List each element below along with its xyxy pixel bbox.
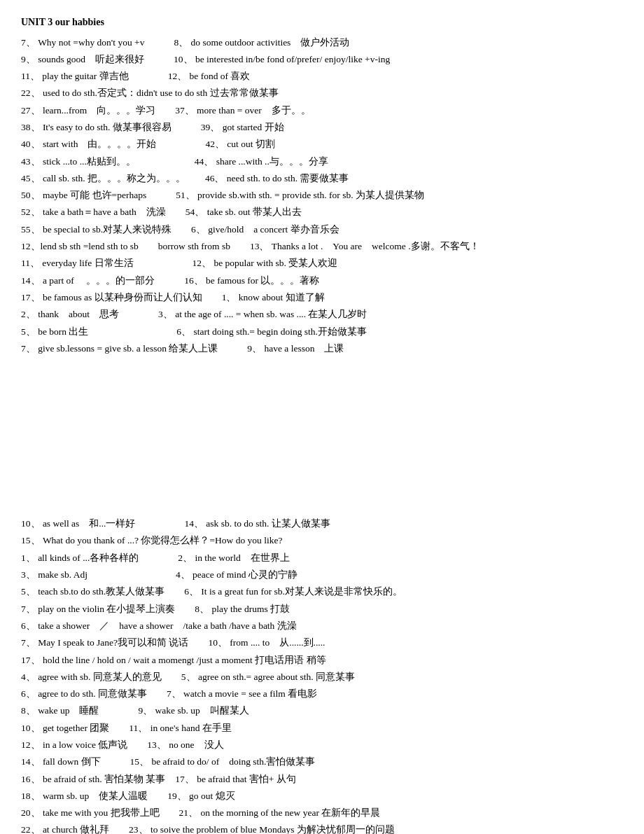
line-item: 12、lend sb sth =lend sth to sb borrow st… bbox=[21, 238, 623, 255]
line-item: 1、 all kinds of ...各种各样的 2、 in the world… bbox=[21, 550, 623, 567]
line-item: 17、 hold the line / hold on / wait a mom… bbox=[21, 652, 623, 669]
line-item: 5、 teach sb.to do sth.教某人做某事 6、 It is a … bbox=[21, 583, 623, 600]
line-item: 50、 maybe 可能 也许=perhaps 51、 provide sb.w… bbox=[21, 187, 623, 204]
line-item: 14、 a part of 。。。的一部分 16、 be famous for … bbox=[21, 272, 623, 289]
line-item: 40、 start with 由。。。。开始 42、 cut out 切割 bbox=[21, 136, 623, 153]
line-item: 12、 in a low voice 低声说 13、 no one 没人 bbox=[21, 737, 623, 753]
line-item: 6、 agree to do sth. 同意做某事 7、 watch a mov… bbox=[21, 686, 623, 702]
line-item: 38、 It's easy to do sth. 做某事很容易 39、 got … bbox=[21, 119, 623, 136]
line-item: 4、 agree with sb. 同意某人的意见 5、 agree on st… bbox=[21, 669, 623, 686]
line-item: 45、 call sb. sth. 把。。。称之为。。。 46、 need st… bbox=[21, 170, 623, 187]
line-item: 11、 everyday life 日常生活 12、 be popular wi… bbox=[21, 255, 623, 272]
line-item: 16、 be afraid of sth. 害怕某物 某事 17、 be afr… bbox=[21, 771, 623, 788]
line-item: 17、 be famous as 以某种身份而让人们认知 1、 know abo… bbox=[21, 289, 623, 306]
line-item: 10、 as well as 和...一样好 14、 ask sb. to do… bbox=[21, 515, 623, 532]
line-item: 6、 take a shower ／ have a shower /take a… bbox=[21, 618, 623, 634]
line-item: 22、 used to do sth.否定式：didn't use to do … bbox=[21, 85, 623, 102]
line-item: 7、 give sb.lessons = give sb. a lesson 给… bbox=[21, 340, 623, 357]
line-item: 27、 learn...from 向。。。学习 37、 more than = … bbox=[21, 102, 623, 119]
line-item: 7、 May I speak to Jane?我可以和简 说话 10、 from… bbox=[21, 634, 623, 651]
section-bottom: 10、 as well as 和...一样好 14、 ask sb. to do… bbox=[21, 515, 623, 834]
line-item: 10、 get together 团聚 11、 in one's hand 在手… bbox=[21, 720, 623, 737]
line-item: 9、 sounds good 听起来很好 10、 be interested i… bbox=[21, 51, 623, 68]
line-item: 11、 play the guitar 弹吉他 12、 be fond of 喜… bbox=[21, 68, 623, 85]
line-item: 18、 warm sb. up 使某人温暖 19、 go out 熄灭 bbox=[21, 788, 623, 805]
line-item: 52、 take a bath＝have a bath 洗澡 54、 take … bbox=[21, 204, 623, 221]
line-item: 5、 be born 出生 6、 start doing sth.= begin… bbox=[21, 324, 623, 340]
page-title: UNIT 3 our habbies bbox=[21, 14, 623, 32]
line-item: 2、 thank about 思考 3、 at the age of .... … bbox=[21, 306, 623, 323]
line-item: 20、 take me with you 把我带上吧 21、 on the mo… bbox=[21, 805, 623, 821]
line-item: 22、 at church 做礼拜 23、 to soive the probl… bbox=[21, 821, 623, 834]
line-item: 55、 be special to sb.对某人来说特殊 6、 give/hol… bbox=[21, 221, 623, 238]
line-item: 7、 Why not =why don't you +v 8、 do some … bbox=[21, 34, 623, 51]
line-item: 43、 stick ...to ...粘贴到。。 44、 share ...wi… bbox=[21, 153, 623, 170]
line-item: 14、 fall down 倒下 15、 be afraid to do/ of… bbox=[21, 753, 623, 770]
line-item: 8、 wake up 睡醒 9、 wake sb. up 叫醒某人 bbox=[21, 702, 623, 719]
line-item: 3、 make sb. Adj 4、 peace of mind 心灵的宁静 bbox=[21, 567, 623, 583]
line-item: 15、 What do you thank of ...? 你觉得怎么样？=Ho… bbox=[21, 532, 623, 549]
section-top: 7、 Why not =why don't you +v 8、 do some … bbox=[21, 34, 623, 358]
line-item: 7、 play on the violin 在小提琴上演奏 8、 play th… bbox=[21, 601, 623, 618]
